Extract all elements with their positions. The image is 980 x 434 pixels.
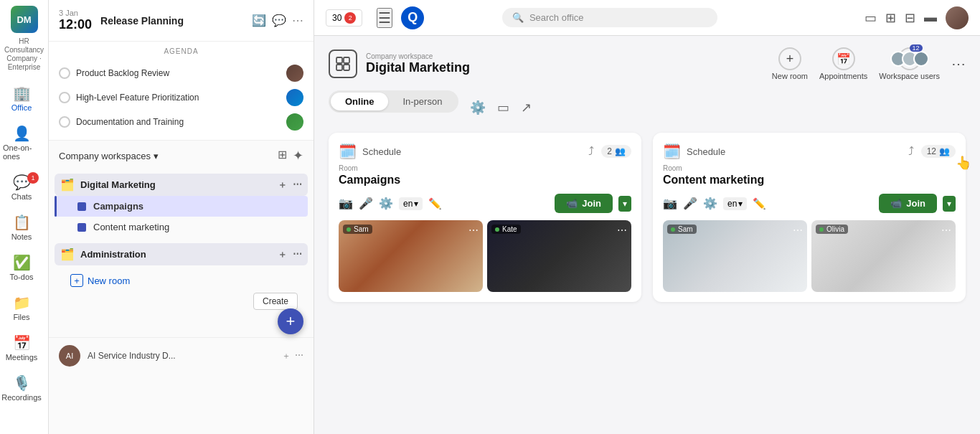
notification-counter[interactable]: 30 2 [326, 9, 362, 27]
camera-icon-content[interactable]: 📷 [663, 197, 677, 210]
sidebar-item-office[interactable]: 🏢 Office [0, 79, 43, 118]
agenda-checkbox-2[interactable] [59, 116, 70, 128]
join-button-content[interactable]: 📹 Join [879, 194, 937, 213]
participants-count-campaigns: 2 [607, 146, 612, 156]
add-new-room-button[interactable]: + New room [60, 268, 302, 293]
workspace-title-actions: + New room 📅 Appointments [772, 47, 966, 80]
language-select-content[interactable]: en ▾ [723, 197, 747, 210]
split-view-icon[interactable]: ⊟ [905, 10, 915, 26]
join-button-campaigns[interactable]: 📹 Join [555, 194, 613, 213]
sidebar-item-meetings[interactable]: 📅 Meetings [0, 329, 43, 367]
search-icon: 🔍 [512, 12, 524, 23]
svg-rect-1 [344, 57, 349, 63]
workspace-room-campaigns[interactable]: Campaigns [55, 196, 308, 217]
left-panel: 3 Jan 12:00 Release Planning 🔄 💬 ⋯ AGEND… [49, 0, 314, 434]
participants-icon: 👥 [615, 146, 626, 156]
workspace-group-header-digital[interactable]: 🗂️ Digital Marketing ＋ ⋯ [55, 174, 308, 196]
workspace-item-ai[interactable]: AI AI Service Industry D... ＋ ⋯ [49, 337, 314, 374]
new-room-action[interactable]: + New room [772, 47, 808, 80]
search-bar[interactable]: 🔍 Search office [502, 8, 717, 27]
video-menu-kate[interactable]: ⋯ [617, 225, 627, 236]
admin-group-actions: ＋ ⋯ [278, 248, 302, 261]
sidebar-item-one-on-ones[interactable]: 👤 One-on-ones [0, 119, 43, 166]
add-ai-room-icon[interactable]: ＋ [282, 350, 291, 362]
workspace-group-header-admin[interactable]: 🗂️ Administration ＋ ⋯ [55, 243, 308, 265]
layout-toggle-icon[interactable]: ▭ [497, 100, 509, 115]
meeting-time: 12:00 [59, 17, 92, 32]
sidebar-item-chats[interactable]: 💬 1 Chats [0, 168, 43, 207]
join-label-campaigns: Join [582, 198, 601, 209]
schedule-icon-campaigns: 🗓️ [339, 143, 357, 160]
share-icon-campaigns[interactable]: ⤴ [588, 145, 594, 158]
settings-gear-icon[interactable]: ⚙️ [470, 100, 486, 115]
ai-workspace-actions: ＋ ⋯ [282, 350, 303, 362]
video-menu-sam[interactable]: ⋯ [468, 225, 479, 236]
add-admin-room-icon[interactable]: ＋ [278, 248, 287, 261]
edit-icon-content[interactable]: ✏️ [753, 197, 766, 210]
room-controls-content: 📷 🎤 ⚙️ en ▾ ✏️ 📹 Join ▾ [663, 194, 956, 213]
grid-view-icon[interactable]: ▭ [864, 10, 877, 26]
language-select-campaigns[interactable]: en ▾ [399, 197, 423, 210]
external-link-icon[interactable]: ↗ [521, 100, 532, 115]
workspace-group-name-admin: Administration [80, 249, 146, 260]
participants-badge-content[interactable]: 12 👥 👆 [921, 145, 956, 158]
more-options-icon[interactable]: ⋯ [293, 179, 302, 192]
layout-icon[interactable]: ⊞ [278, 148, 287, 164]
workspace-users-action[interactable]: 12 Workspace users [879, 47, 940, 80]
active-indicator [55, 196, 57, 217]
agenda-avatar-0 [286, 65, 303, 82]
mic-icon-campaigns[interactable]: 🎤 [359, 197, 373, 210]
new-room-action-label: New room [772, 72, 808, 80]
agenda-item-0: Product Backlog Review [59, 61, 303, 85]
room-color-indicator [77, 202, 86, 211]
admin-more-icon[interactable]: ⋯ [293, 248, 302, 261]
sidebar-item-recordings[interactable]: 🎙️ Recordings [0, 369, 43, 407]
agenda-label: AGENDA [59, 47, 303, 55]
tabs-row: Online In-person ⚙️ ▭ ↗ [329, 90, 966, 124]
meeting-title-text: Release Planning [100, 15, 184, 27]
search-placeholder: Search office [529, 12, 584, 23]
agenda-avatar-1 [286, 89, 303, 106]
agenda-checkbox-1[interactable] [59, 92, 70, 103]
room-name-label-campaigns: Room [339, 164, 631, 172]
meeting-header: 3 Jan 12:00 Release Planning 🔄 💬 ⋯ [49, 0, 314, 42]
mic-icon-content[interactable]: 🎤 [683, 197, 697, 210]
chat-icon[interactable]: 💬 [272, 14, 286, 27]
tab-online[interactable]: Online [331, 93, 388, 110]
workspace-room-content-marketing[interactable]: Content marketing [55, 217, 308, 237]
hamburger-button[interactable]: ☰ [377, 8, 392, 28]
camera-icon-campaigns[interactable]: 📷 [339, 197, 353, 210]
more-actions[interactable]: ⋯ [951, 55, 966, 72]
share-icon-content[interactable]: ⤴ [908, 145, 914, 158]
add-workspace-icon[interactable]: ✦ [293, 148, 303, 164]
user-avatar[interactable] [946, 6, 969, 29]
workspace-dropdown[interactable]: Company workspaces ▾ [59, 151, 272, 161]
agenda-avatar-2 [286, 113, 303, 131]
add-room-icon[interactable]: ＋ [278, 179, 287, 192]
files-icon: 📁 [13, 294, 31, 311]
video-menu-sam-content[interactable]: ⋯ [793, 225, 803, 236]
sidebar-item-notes[interactable]: 📋 Notes [0, 208, 43, 247]
ai-more-icon[interactable]: ⋯ [295, 350, 303, 362]
new-room-plus-icon: + [786, 52, 794, 67]
company-avatar[interactable]: DM [11, 6, 38, 33]
sidebar-item-to-dos[interactable]: ✅ To-dos [0, 248, 43, 287]
appointments-action[interactable]: 📅 Appointments [819, 47, 867, 80]
single-view-icon[interactable]: ▬ [924, 10, 937, 25]
settings-icon-campaigns[interactable]: ⚙️ [379, 197, 393, 210]
agenda-checkbox-0[interactable] [59, 67, 70, 79]
edit-icon-campaigns[interactable]: ✏️ [428, 197, 442, 210]
video-menu-olivia[interactable]: ⋯ [941, 225, 951, 236]
join-dropdown-campaigns[interactable]: ▾ [618, 196, 631, 212]
refresh-icon[interactable]: 🔄 [252, 14, 266, 27]
fab-add-button[interactable]: + [278, 308, 303, 334]
video-tile-olivia: Olivia ⋯ [811, 220, 956, 292]
sidebar-item-label: Office [11, 103, 32, 112]
notification-count: 30 [332, 13, 341, 23]
multi-grid-icon[interactable]: ⊞ [885, 10, 896, 26]
settings-icon-content[interactable]: ⚙️ [703, 197, 717, 210]
more-icon[interactable]: ⋯ [292, 14, 303, 27]
sidebar-item-files[interactable]: 📁 Files [0, 288, 43, 327]
tab-in-person[interactable]: In-person [388, 93, 456, 110]
join-dropdown-content[interactable]: ▾ [943, 196, 956, 212]
